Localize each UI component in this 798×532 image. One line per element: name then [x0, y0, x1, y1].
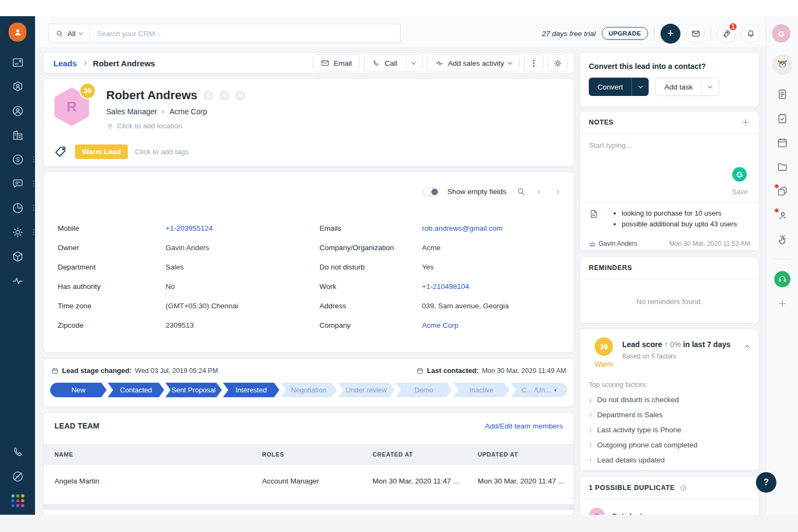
sidebar-item-deals[interactable]: $⋮	[11, 153, 24, 166]
add-widget-icon[interactable]	[777, 298, 788, 309]
add-edit-team-members-link[interactable]: Add/Edit team members	[485, 422, 563, 430]
sidebar-item-leads[interactable]	[11, 80, 24, 93]
convert-split-button: Convert	[589, 78, 649, 96]
field-company-organization: Company/OrganizationAcme	[320, 238, 560, 257]
stage-demo[interactable]: Demo	[396, 383, 452, 397]
rail-item-visitors[interactable]	[776, 210, 788, 222]
factor-text: Do not disturb is checked	[597, 396, 679, 404]
sidebar-item-contacts[interactable]	[11, 105, 24, 118]
breadcrumb-leads-link[interactable]: Leads	[53, 59, 77, 68]
add-task-button[interactable]: Add task	[656, 78, 701, 95]
email-inbox-button[interactable]	[686, 24, 705, 43]
rail-item-notes[interactable]	[776, 88, 788, 100]
rail-item-appointments[interactable]	[776, 137, 788, 149]
note-input[interactable]	[580, 134, 759, 165]
field-value-link[interactable]: Acme Corp	[422, 321, 560, 329]
add-note-icon[interactable]	[741, 118, 750, 127]
add-sales-activity-button[interactable]: Add sales activity	[427, 54, 520, 72]
freddy-assistant-button[interactable]	[772, 54, 793, 75]
help-button[interactable]: ?	[756, 472, 776, 493]
grammarly-icon[interactable]: G	[732, 167, 747, 182]
notifications-button[interactable]	[741, 24, 760, 43]
field-value: Sales	[166, 263, 298, 271]
overflow-dots-icon[interactable]: ⋮	[30, 204, 38, 211]
search-fields-icon[interactable]	[517, 187, 526, 196]
more-actions-button[interactable]: ⋮	[524, 54, 544, 72]
prev-record-icon[interactable]	[538, 189, 542, 194]
support-button[interactable]	[774, 271, 790, 287]
sidebar-item-analytics[interactable]: ⋮	[11, 202, 24, 215]
stage-inactive[interactable]: Inactive	[453, 383, 510, 397]
quick-add-button[interactable]: +	[661, 24, 680, 44]
overflow-dots-icon[interactable]: ⋮	[30, 179, 38, 187]
linkedin-icon[interactable]: in	[235, 90, 246, 101]
warm-lead-tag[interactable]: Warm Lead	[75, 144, 128, 159]
field-value-link[interactable]: +1-203955124	[166, 224, 298, 232]
layout-settings-button[interactable]	[548, 54, 567, 72]
sidebar-item-settings[interactable]: ⋮	[11, 226, 24, 239]
cell-name: Angela Martin	[54, 477, 262, 485]
search-scope-dropdown[interactable]: All	[49, 24, 90, 43]
sidebar-item-marketplace[interactable]	[11, 250, 24, 263]
sidebar-item-freddy-disabled[interactable]	[11, 470, 24, 483]
search-input[interactable]	[90, 30, 400, 38]
convert-lead-card: Convert this lead into a contact? Conver…	[580, 52, 759, 107]
chevron-down-icon	[79, 30, 83, 34]
overflow-dots-icon[interactable]: ⋮	[30, 228, 38, 236]
convert-button[interactable]: Convert	[589, 78, 631, 96]
right-column: Convert this lead into a contact? Conver…	[580, 52, 759, 516]
rail-item-recordings[interactable]	[776, 185, 788, 197]
whats-new-button[interactable]: 1	[717, 24, 735, 43]
stage-under-review[interactable]: Under review	[338, 383, 395, 397]
overflow-dots-icon[interactable]: ⋮	[30, 155, 38, 163]
sidebar-item-activity[interactable]	[11, 274, 24, 287]
stage-label: Under review	[346, 386, 387, 394]
table-row[interactable]: Angela Martin Account Manager Mon 30 Mar…	[44, 465, 574, 498]
add-task-dropdown-button[interactable]	[701, 78, 719, 95]
field-time-zone: Time zone(GMT+05:30) Chennai	[58, 296, 298, 315]
notification-badge: 1	[728, 22, 738, 31]
add-location-placeholder[interactable]: Click to add location	[106, 122, 563, 130]
stage-label: Negotiation	[291, 386, 327, 394]
pie-chart-icon	[11, 202, 24, 215]
email-button[interactable]: Email	[313, 54, 360, 72]
field-label: Zipcode	[58, 321, 166, 329]
stage-closed-dropdown[interactable]: C... /Un...▾	[511, 383, 567, 397]
stage-sent-proposal[interactable]: Sent Proposal	[166, 383, 222, 397]
rail-item-files[interactable]	[776, 161, 788, 173]
stage-new[interactable]: New	[50, 383, 107, 397]
lead-team-card: LEAD TEAM Add/Edit team members NAME ROL…	[43, 412, 574, 516]
add-tags-placeholder[interactable]: Click to add tags	[135, 148, 189, 156]
field-label: Has authority	[58, 282, 166, 291]
rail-item-gestures[interactable]	[776, 234, 788, 246]
stage-interested[interactable]: Interested	[223, 383, 279, 397]
call-button[interactable]: Call	[364, 54, 404, 72]
show-empty-fields-toggle[interactable]	[423, 188, 439, 196]
app-switcher-icon[interactable]	[11, 494, 24, 507]
sidebar-item-accounts[interactable]	[11, 129, 24, 142]
save-note-button[interactable]: Save	[732, 188, 748, 196]
freshworks-logo[interactable]	[9, 23, 26, 42]
convert-dropdown-button[interactable]	[631, 78, 649, 96]
facebook-icon[interactable]: f	[203, 90, 214, 101]
stage-negotiation[interactable]: Negotiation	[280, 383, 337, 397]
stage-label: Interested	[236, 386, 267, 394]
next-record-icon[interactable]	[555, 189, 559, 194]
score-factor: ↑Department is Sales	[589, 411, 750, 419]
user-avatar[interactable]: G	[772, 24, 790, 43]
collapse-card-icon[interactable]	[746, 341, 749, 350]
call-dropdown-button[interactable]	[405, 54, 422, 72]
sidebar-item-conversations[interactable]: ⋮	[11, 177, 24, 190]
info-icon[interactable]	[679, 484, 687, 492]
phone-icon	[11, 446, 24, 459]
twitter-icon[interactable]: t	[219, 90, 230, 101]
field-value-link[interactable]: +1-210498104	[422, 282, 560, 291]
rail-item-tasks[interactable]	[776, 113, 788, 125]
stage-contacted[interactable]: Contacted	[108, 383, 164, 397]
sidebar-item-phone[interactable]	[11, 446, 24, 459]
field-value-link[interactable]: rob.andrews@gmail.com	[422, 224, 560, 232]
note-item[interactable]: looking to purchase for 10 users possibl…	[589, 209, 752, 231]
upgrade-button[interactable]: UPGRADE	[602, 27, 648, 40]
sidebar-item-dashboard[interactable]	[11, 56, 24, 69]
add-location-label: Click to add location	[117, 122, 182, 130]
